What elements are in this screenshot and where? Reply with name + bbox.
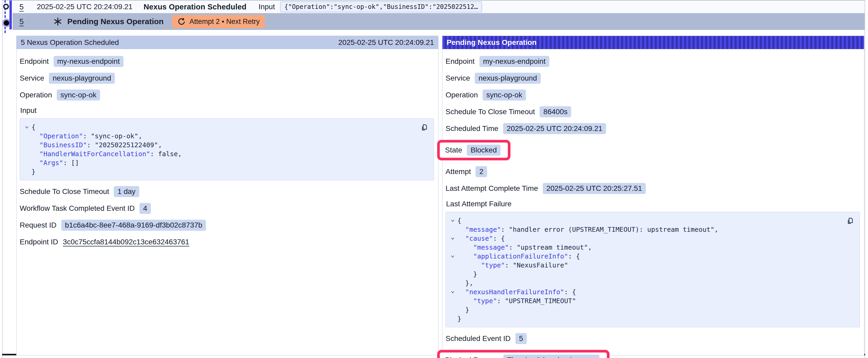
selected-row-indicator (9, 1, 12, 29)
field-last-attempt-failure: Last Attempt Failure{ "message": "handle… (445, 200, 860, 327)
field-value-endpoint: my-nexus-endpoint (54, 56, 123, 67)
event-timestamp: 2025-02-25 UTC 20:24:09.21 (37, 3, 132, 11)
panel-title: Pending Nexus Operation (446, 38, 536, 47)
event-summary-row[interactable]: 5 2025-02-25 UTC 20:24:09.21 Nexus Opera… (12, 1, 865, 13)
code-line: "message": "handler error (UPSTREAM_TIME… (448, 225, 854, 234)
field-value-operation: sync-op-ok (57, 90, 100, 100)
field-scheduled-time: Scheduled Time2025-02-25 UTC 20:24:09.21 (445, 123, 860, 134)
code-line: "Args": [] (22, 159, 429, 167)
code-line: } (22, 167, 429, 176)
copy-icon[interactable] (419, 123, 428, 132)
json-code-block-last-attempt-failure: { "message": "handler error (UPSTREAM_TI… (445, 212, 860, 327)
code-gutter (22, 167, 32, 176)
field-value-endpoint: my-nexus-endpoint (479, 56, 549, 67)
field-schedule-to-close-timeout: Schedule To Close Timeout86400s (445, 106, 860, 117)
field-operation: Operationsync-op-ok (445, 90, 860, 100)
field-label-input: Input (20, 106, 434, 115)
retry-attempt-badge: Attempt 2 • Next Retry (172, 15, 265, 28)
field-label-request-id: Request ID (20, 221, 57, 229)
code-line: "type": "UPSTREAM_TIMEOUT" (448, 297, 854, 305)
collapse-chevron-icon[interactable] (448, 288, 457, 297)
code-line: } (448, 315, 854, 323)
field-value-scheduled-time: 2025-02-25 UTC 20:24:09.21 (503, 123, 606, 134)
field-value-operation: sync-op-ok (483, 90, 526, 100)
field-label-attempt: Attempt (445, 167, 471, 176)
field-endpoint: Endpointmy-nexus-endpoint (445, 56, 860, 67)
code-gutter (448, 305, 457, 315)
retry-arrow-icon (177, 17, 186, 26)
code-line: "HandlerWaitForCancellation": false, (22, 150, 429, 159)
pending-operation-row[interactable]: 5 Pending Nexus Operation (12, 13, 865, 30)
field-label-scheduled-time: Scheduled Time (445, 124, 498, 133)
code-gutter (448, 315, 457, 323)
event-detail-panel-body: Endpointmy-nexus-endpointServicenexus-pl… (17, 49, 438, 355)
field-value-last-attempt-complete-time: 2025-02-25 UTC 20:25:27.51 (543, 183, 646, 194)
code-line: "nexusHandlerFailureInfo": { (448, 288, 854, 297)
field-endpoint-id: Endpoint ID3c0c75ccfa8144b092c13ce632463… (20, 236, 434, 248)
collapse-chevron-icon[interactable] (448, 252, 457, 261)
field-label-endpoint-id: Endpoint ID (20, 238, 58, 246)
field-label-endpoint: Endpoint (20, 57, 49, 66)
code-line: { (22, 123, 429, 132)
code-gutter (448, 279, 457, 288)
field-value-blocked-reason: The circuit breaker is open. (503, 355, 599, 358)
field-label-blocked-reason: Blocked Reason (445, 356, 499, 358)
code-line: "message": "upstream timeout", (448, 243, 854, 252)
input-preview-chip[interactable]: {"Operation":"sync-op-ok","BusinessID":"… (280, 1, 482, 12)
copy-icon[interactable] (845, 217, 854, 226)
field-value-endpoint-id-link[interactable]: 3c0c75ccfa8144b092c13ce632463761 (63, 238, 189, 246)
event-rows: 5 2025-02-25 UTC 20:24:09.21 Nexus Opera… (12, 0, 865, 30)
field-value-state: Blocked (467, 144, 500, 156)
field-input: Input{ "Operation": "sync-op-ok", "Busin… (20, 106, 434, 180)
field-value-service: nexus-playground (475, 73, 541, 84)
field-value-schedule-to-close-timeout: 1 day (114, 186, 139, 197)
field-label-schedule-to-close-timeout: Schedule To Close Timeout (445, 108, 535, 116)
collapse-chevron-icon[interactable] (448, 234, 457, 243)
timeline-pending-node-icon[interactable] (4, 20, 9, 26)
code-gutter (22, 132, 32, 141)
field-service: Servicenexus-playground (445, 73, 860, 84)
field-schedule-to-close-timeout: Schedule To Close Timeout1 day (20, 186, 434, 197)
code-line: } (448, 305, 854, 315)
pending-operation-title: Pending Nexus Operation (67, 17, 164, 26)
field-label-scheduled-event-id: Scheduled Event ID (445, 334, 511, 343)
code-line: } (448, 270, 854, 279)
code-gutter (448, 297, 457, 305)
collapse-chevron-icon[interactable] (22, 123, 32, 132)
input-label: Input (258, 3, 275, 11)
event-type-title: Nexus Operation Scheduled (144, 3, 246, 11)
field-state: StateBlocked (445, 140, 860, 160)
field-blocked-reason: Blocked ReasonThe circuit breaker is ope… (445, 350, 860, 358)
field-label-last-attempt-failure: Last Attempt Failure (446, 200, 860, 208)
retry-badge-label: Attempt 2 • Next Retry (189, 18, 260, 26)
code-gutter (22, 141, 32, 150)
field-service: Servicenexus-playground (20, 73, 434, 84)
pending-operation-panel-header: Pending Nexus Operation (442, 36, 864, 49)
field-label-last-attempt-complete-time: Last Attempt Complete Time (445, 184, 538, 193)
field-label-service: Service (445, 74, 470, 83)
field-value-scheduled-event-id: 5 (516, 333, 527, 344)
code-line: { (448, 216, 854, 225)
timeline-event-node-icon[interactable] (3, 4, 9, 9)
code-gutter (22, 150, 32, 159)
field-label-service: Service (20, 74, 44, 83)
panel-title: 5 Nexus Operation Scheduled (21, 38, 119, 47)
field-endpoint: Endpointmy-nexus-endpoint (20, 56, 434, 67)
annotation-highlight-state: StateBlocked (437, 140, 510, 160)
pending-event-id-link[interactable]: 5 (20, 17, 24, 26)
pending-operation-panel-body: Endpointmy-nexus-endpointServicenexus-pl… (442, 49, 864, 358)
field-label-endpoint: Endpoint (445, 57, 475, 66)
code-gutter (448, 270, 457, 279)
code-line: }, (448, 279, 854, 288)
json-code-block-input: { "Operation": "sync-op-ok", "BusinessID… (20, 118, 434, 180)
code-line: "type": "NexusFailure" (448, 261, 854, 270)
field-label-state: State (445, 146, 462, 154)
field-label-schedule-to-close-timeout: Schedule To Close Timeout (20, 187, 109, 196)
field-scheduled-event-id: Scheduled Event ID5 (445, 333, 860, 344)
workflow-event-history-view: 5 2025-02-25 UTC 20:24:09.21 Nexus Opera… (0, 0, 868, 358)
collapse-chevron-icon[interactable] (448, 216, 457, 225)
code-line: "applicationFailureInfo": { (448, 252, 854, 261)
event-id-link[interactable]: 5 (20, 3, 24, 11)
field-label-operation: Operation (20, 91, 52, 99)
field-label-operation: Operation (445, 91, 478, 99)
